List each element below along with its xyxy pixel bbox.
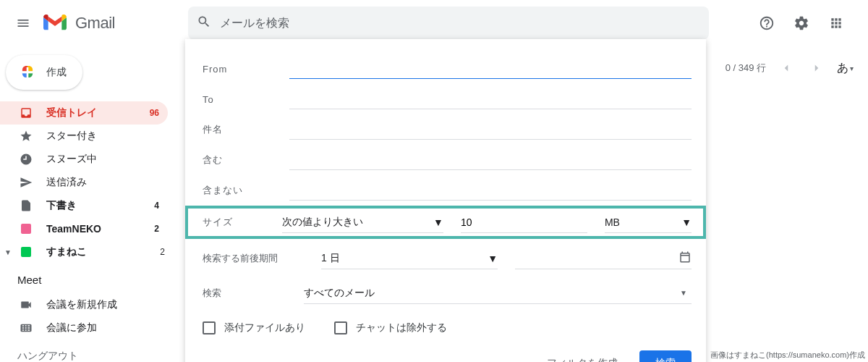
checkbox-icon: [334, 321, 347, 334]
date-label: 検索する前後期間: [203, 252, 304, 265]
sidebar-item-starred[interactable]: スター付き: [0, 125, 168, 148]
size-operator-select[interactable]: 次の値より大きい ▼: [282, 211, 443, 233]
has-words-input[interactable]: [289, 150, 692, 170]
label-icon: [19, 222, 33, 236]
search-icon: [197, 14, 211, 32]
exclude-chats-checkbox[interactable]: チャットは除外する: [334, 321, 447, 334]
compose-label: 作成: [46, 66, 67, 79]
not-has-input[interactable]: [289, 180, 692, 201]
pagination-area: 0 / 349 行 あ ▾: [726, 58, 854, 78]
size-value-input[interactable]: [461, 211, 587, 233]
subject-input[interactable]: [289, 119, 692, 140]
not-has-label: 含まない: [203, 184, 289, 197]
search-placeholder: メールを検索: [220, 16, 289, 31]
search-in-select[interactable]: すべてのメール ▼: [304, 282, 692, 304]
sidebar-item-count: 2: [160, 247, 165, 257]
meet-header: Meet: [0, 264, 174, 293]
send-icon: [19, 175, 33, 190]
compose-button[interactable]: 作成: [6, 55, 82, 90]
sidebar-item-snoozed[interactable]: スヌーズ中: [0, 148, 168, 171]
sidebar-item-inbox[interactable]: 受信トレイ 96: [0, 101, 168, 125]
help-icon[interactable]: [752, 9, 781, 38]
gmail-logo-text: Gmail: [75, 14, 115, 33]
chevron-down-icon: ▼: [4, 248, 19, 256]
meet-join-meeting[interactable]: 会議に参加: [0, 316, 168, 340]
sidebar-item-label: すまねこ: [46, 245, 160, 258]
video-icon: [19, 298, 33, 312]
sidebar-item-teamneko[interactable]: TeamNEKO 2: [0, 217, 168, 240]
to-label: To: [203, 94, 289, 105]
compose-plus-icon: [16, 61, 39, 84]
settings-icon[interactable]: [787, 9, 816, 38]
calendar-icon: [678, 251, 692, 266]
create-filter-button[interactable]: フィルタを作成: [538, 351, 626, 362]
attribution-text: 画像はすまねこ(https://sumaneko.com)作成: [710, 350, 865, 361]
sidebar-item-label: スター付き: [46, 130, 159, 143]
apps-icon[interactable]: [822, 9, 851, 38]
sidebar-item-drafts[interactable]: 下書き 4: [0, 194, 168, 217]
caret-down-icon: ▼: [433, 216, 443, 228]
label-icon: [19, 245, 33, 259]
row-counter: 0 / 349 行: [726, 62, 766, 75]
prev-page-icon[interactable]: [776, 58, 796, 78]
sidebar-item-count: 4: [154, 201, 159, 211]
sidebar: 作成 受信トレイ 96 スター付き スヌーズ中 送信済み 下書き 4 TeamN…: [0, 46, 174, 362]
from-input[interactable]: [289, 59, 692, 79]
sidebar-item-sent[interactable]: 送信済み: [0, 171, 168, 194]
from-label: From: [203, 64, 289, 75]
date-range-select[interactable]: 1 日 ▼: [321, 248, 498, 269]
size-label: サイズ: [203, 216, 265, 229]
gmail-logo[interactable]: Gmail: [41, 12, 171, 35]
sidebar-item-count: 2: [154, 224, 159, 234]
next-page-icon[interactable]: [807, 58, 827, 78]
clock-icon: [19, 152, 33, 167]
date-picker[interactable]: [515, 248, 692, 269]
sidebar-expand[interactable]: ▼ すまねこ 2: [0, 240, 174, 264]
sidebar-item-count: 96: [150, 108, 159, 118]
sidebar-item-label: スヌーズ中: [46, 153, 159, 166]
size-unit-select[interactable]: MB ▼: [605, 211, 692, 233]
svg-rect-1: [22, 72, 33, 74]
caret-down-icon: ▼: [681, 216, 692, 228]
meet-new-label: 会議を新規作成: [46, 298, 159, 311]
checkbox-icon: [203, 321, 216, 334]
subject-label: 件名: [203, 123, 289, 136]
has-words-label: 含む: [203, 153, 289, 167]
advanced-search-panel: From To 件名 含む 含まない サイズ 次の値より大きい ▼ MB ▼ 検…: [185, 39, 706, 362]
hangout-header: ハングアウト: [0, 340, 174, 362]
search-in-label: 検索: [203, 287, 304, 300]
search-button[interactable]: 検索: [639, 350, 692, 362]
caret-down-icon: ▼: [488, 253, 498, 264]
star-icon: [19, 129, 33, 143]
inbox-icon: [19, 106, 33, 120]
size-row-highlight: サイズ 次の値より大きい ▼ MB ▼: [185, 206, 706, 239]
header-right: [752, 9, 862, 38]
menu-icon[interactable]: [6, 6, 41, 41]
gmail-logo-icon: [43, 12, 67, 35]
ime-button[interactable]: あ ▾: [837, 61, 854, 76]
search-bar[interactable]: メールを検索: [188, 7, 709, 40]
to-input[interactable]: [289, 89, 692, 109]
sidebar-item-label: 受信トレイ: [46, 106, 150, 119]
meet-join-label: 会議に参加: [46, 321, 159, 334]
has-attachment-checkbox[interactable]: 添付ファイルあり: [203, 321, 305, 334]
caret-down-icon: ▼: [680, 289, 687, 297]
sidebar-item-label: 送信済み: [46, 176, 159, 189]
sidebar-item-label: 下書き: [46, 199, 154, 212]
sidebar-item-label: TeamNEKO: [46, 223, 154, 235]
meet-new-meeting[interactable]: 会議を新規作成: [0, 293, 168, 316]
keyboard-icon: [19, 321, 33, 335]
draft-icon: [19, 198, 33, 213]
